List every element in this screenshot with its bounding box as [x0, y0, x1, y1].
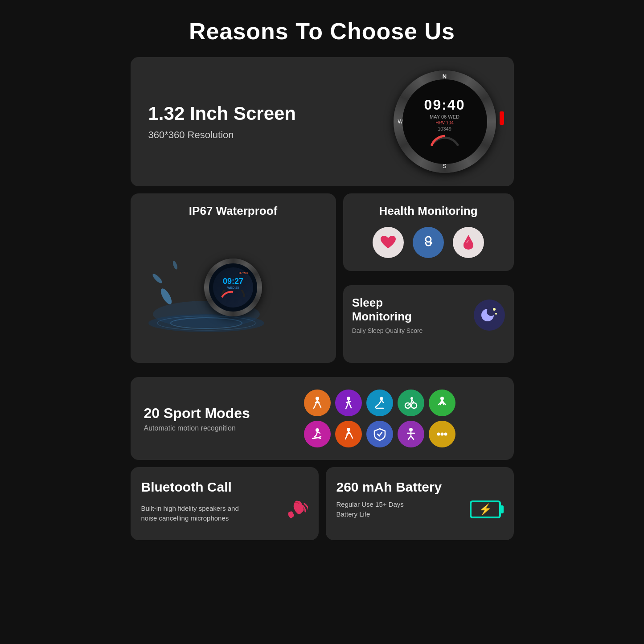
- battery-content: Regular Use 15+ Days Battery Life ⚡: [336, 498, 503, 521]
- sport-subtext: Automatic motion recognition: [144, 424, 250, 432]
- heart-icon-circle: [373, 227, 404, 258]
- svg-point-15: [495, 313, 497, 315]
- skiing-icon: [373, 396, 387, 410]
- sport-heading: 20 Sport Modes: [144, 405, 250, 422]
- health-icons: [352, 227, 505, 258]
- battery-line1: Regular Use 15+ Days: [336, 500, 404, 510]
- health-sleep-column: Health Monitoring: [343, 193, 514, 370]
- card-battery: 260 mAh Battery Regular Use 15+ Days Bat…: [326, 467, 514, 540]
- medical-icon: [420, 234, 437, 251]
- mini-gauge: [220, 290, 246, 298]
- blood-drop-circle: [453, 227, 484, 258]
- svg-point-12: [430, 242, 432, 244]
- more-dots-icon: [435, 427, 449, 441]
- battery-bolt-icon: ⚡: [479, 503, 492, 516]
- svg-point-1: [159, 287, 174, 306]
- bluetooth-description: Built-in high fidelity speakers and nois…: [141, 504, 241, 524]
- page-container: Reasons To Choose Us 1.32 Inch Screen 36…: [122, 9, 523, 556]
- svg-point-27: [440, 433, 443, 436]
- splash-watch: 07:58 09:27 WED 25: [139, 225, 327, 345]
- card-bluetooth: Bluetooth Call Built-in high fidelity sp…: [131, 467, 319, 540]
- watch-mini-inner: 07:58 09:27 WED 25: [209, 263, 257, 312]
- watch-time: 09:40: [424, 97, 465, 113]
- sport-icon-jumping: [429, 390, 455, 416]
- hrv-label: HRV 104: [435, 120, 453, 125]
- phone-icon: [281, 499, 308, 528]
- sport-row-1: [259, 390, 500, 416]
- bluetooth-heading: Bluetooth Call: [141, 480, 308, 495]
- sport-icon-skiing: [366, 390, 393, 416]
- heart-icon: [380, 235, 397, 250]
- gauge-arc: [427, 133, 463, 147]
- watch-date: MAY 06 WED: [430, 114, 459, 119]
- compass-north: N: [443, 73, 447, 80]
- svg-point-26: [437, 433, 440, 436]
- screen-heading: 1.32 Inch Screen: [148, 103, 296, 125]
- cycling-icon: [404, 396, 418, 410]
- moon-stars-icon: [478, 304, 500, 326]
- sleep-text: SleepMonitoring Daily Sleep Quality Scor…: [352, 296, 423, 334]
- waterproof-heading: IP67 Waterproof: [189, 204, 277, 218]
- compass-south: S: [443, 163, 446, 169]
- svg-point-13: [464, 242, 473, 250]
- watch-mini-face: 07:58 09:27 WED 25: [213, 267, 253, 308]
- sport-icon-cycling: [398, 390, 424, 416]
- jumping-icon: [435, 396, 449, 410]
- yoga-icon: [404, 427, 418, 441]
- shield-sport-icon: [373, 427, 387, 441]
- svg-point-28: [444, 433, 447, 436]
- card-health: Health Monitoring: [343, 193, 514, 271]
- phone-svg: [281, 499, 308, 526]
- mini-hrv: 07:58: [239, 271, 248, 275]
- row2: IP67 Waterproof: [131, 193, 514, 370]
- battery-body: ⚡: [470, 500, 501, 518]
- card-screen: 1.32 Inch Screen 360*360 Resolution N W …: [131, 57, 514, 186]
- svg-point-20: [411, 403, 417, 408]
- card-sleep: SleepMonitoring Daily Sleep Quality Scor…: [343, 285, 514, 363]
- rowing-icon: [310, 427, 324, 441]
- svg-point-14: [493, 308, 496, 311]
- sleep-content: SleepMonitoring Daily Sleep Quality Scor…: [352, 296, 505, 334]
- mini-time: 09:27: [223, 277, 243, 286]
- sleep-subtext: Daily Sleep Quality Score: [352, 327, 423, 334]
- watch-bezel: N W S 09:40 MAY 06 WED HRV 104 10349: [394, 70, 496, 173]
- watch-steps: 10349: [438, 126, 451, 131]
- sport-icon-running2: [335, 421, 362, 447]
- bluetooth-content: Built-in high fidelity speakers and nois…: [141, 499, 308, 528]
- battery-text: Regular Use 15+ Days Battery Life: [336, 500, 404, 520]
- sport-icon-more: [429, 421, 455, 447]
- mini-date: WED 25: [227, 286, 239, 289]
- sleep-heading: SleepMonitoring: [352, 296, 423, 324]
- svg-point-3: [151, 273, 163, 285]
- page-title: Reasons To Choose Us: [131, 18, 514, 45]
- svg-point-7: [148, 314, 264, 332]
- sport-icons-grid: [259, 390, 500, 447]
- screen-text: 1.32 Inch Screen 360*360 Resolution: [148, 103, 296, 141]
- card-waterproof: IP67 Waterproof: [131, 193, 336, 363]
- sport-icon-rowing: [304, 421, 331, 447]
- sleep-icon-circle: [474, 299, 505, 331]
- row4: Bluetooth Call Built-in high fidelity sp…: [131, 467, 514, 547]
- battery-icon: ⚡: [468, 498, 503, 521]
- walking-icon: [341, 396, 356, 410]
- battery-heading: 260 mAh Battery: [336, 480, 503, 495]
- medical-icon-circle: [413, 227, 444, 258]
- blood-drop-icon: [461, 234, 476, 251]
- sport-icon-running: [304, 390, 331, 416]
- battery-line2: Battery Life: [336, 509, 404, 520]
- watch-mini: 07:58 09:27 WED 25: [204, 258, 262, 316]
- sport-text: 20 Sport Modes Automatic motion recognit…: [144, 405, 250, 432]
- screen-resolution: 360*360 Resolution: [148, 129, 296, 141]
- watch-image-main: N W S 09:40 MAY 06 WED HRV 104 10349: [394, 70, 496, 173]
- card-sport: 20 Sport Modes Automatic motion recognit…: [131, 377, 514, 460]
- running-icon: [310, 396, 324, 410]
- sport-icon-walking: [335, 390, 362, 416]
- svg-point-5: [172, 260, 178, 270]
- battery-cap: [501, 505, 504, 513]
- health-heading: Health Monitoring: [352, 204, 505, 218]
- sport-row-2: [259, 421, 500, 447]
- running2-icon: [341, 427, 356, 441]
- sport-icon-yoga: [398, 421, 424, 447]
- watch-inner: 09:40 MAY 06 WED HRV 104 10349: [402, 79, 487, 164]
- sport-icon-shield: [366, 421, 393, 447]
